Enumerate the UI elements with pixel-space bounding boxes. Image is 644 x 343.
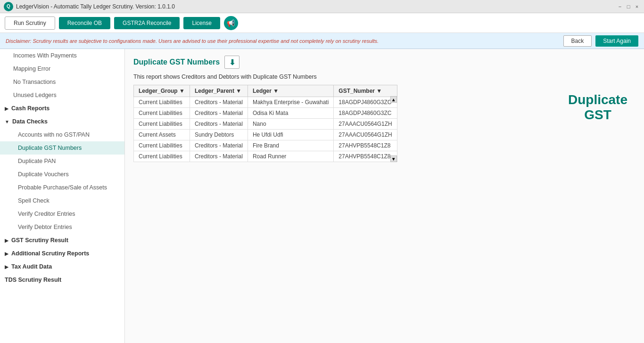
content-area: Duplicate GST Numbers ⬇ This report show… — [125, 49, 644, 343]
license-button[interactable]: License — [183, 17, 220, 29]
chevron-right-icon: ▶ — [5, 251, 8, 256]
table-cell: 18AGDPJ4860G3ZC — [334, 97, 397, 108]
col-ledger-parent[interactable]: Ledger_Parent ▼ — [190, 85, 248, 97]
sidebar-item-label: Spell Check — [18, 197, 50, 204]
sidebar-item-probable-purchase-sale[interactable]: Probable Purchase/Sale of Assets — [0, 181, 124, 194]
table-row: Current LiabilitiesCreditors - MaterialR… — [134, 151, 397, 162]
sidebar-item-duplicate-vouchers[interactable]: Duplicate Vouchers — [0, 168, 124, 181]
sidebar-item-label: Probable Purchase/Sale of Assets — [18, 184, 107, 191]
run-scrutiny-button[interactable]: Run Scrutiny — [5, 16, 55, 30]
content-left: This report shows Creditors and Debtors … — [133, 74, 532, 163]
sidebar-item-label: Verify Creditor Entries — [18, 211, 75, 217]
table-cell: He Ufdi Udfi — [248, 130, 333, 140]
sidebar-item-label: Duplicate PAN — [18, 158, 56, 164]
table-cell: Creditors - Material — [190, 97, 248, 108]
table-cell: Current Liabilities — [134, 119, 190, 130]
minimize-button[interactable]: − — [617, 3, 623, 10]
disclaimer-text: Disclaimer: Scrutiny results are subject… — [6, 38, 563, 44]
table-cell: Creditors - Material — [190, 151, 248, 162]
sidebar-item-additional-scrutiny[interactable]: ▶ Additional Scrutiny Reports — [0, 247, 124, 260]
col-ledger[interactable]: Ledger ▼ — [248, 85, 333, 97]
sidebar-item-mapping-error[interactable]: Mapping Error — [0, 62, 124, 75]
sidebar-item-verify-debtor-entries[interactable]: Verify Debtor Entries — [0, 220, 124, 234]
sidebar-item-label: Data Checks — [12, 118, 48, 125]
sidebar-item-label: Incomes With Payments — [13, 52, 77, 59]
sidebar: Incomes With Payments Mapping Error No T… — [0, 49, 125, 343]
toolbar: Run Scrutiny Reconcile OB GSTR2A Reconci… — [0, 13, 644, 33]
sidebar-item-tds-scrutiny[interactable]: TDS Scrutiny Result — [0, 273, 124, 286]
table-cell: 27AHVPB5548C1Z8 — [334, 151, 397, 162]
sort-icon: ▼ — [376, 88, 382, 94]
table-cell: Odisa Ki Mata — [248, 108, 333, 119]
table-cell: Creditors - Material — [190, 108, 248, 119]
scroll-up-arrow[interactable]: ▲ — [390, 96, 397, 103]
content-right: Duplicate GST — [541, 74, 636, 163]
maximize-button[interactable]: □ — [625, 3, 632, 10]
table-cell: Sundry Debtors — [190, 130, 248, 140]
reconcile-ob-button[interactable]: Reconcile OB — [59, 17, 110, 29]
sort-icon: ▼ — [179, 88, 185, 94]
table-cell: Creditors - Material — [190, 119, 248, 130]
speaker-button[interactable]: 📢 — [224, 16, 238, 30]
col-ledger-group[interactable]: Ledger_Group ▼ — [134, 85, 190, 97]
sidebar-item-label: Mapping Error — [13, 65, 50, 72]
sidebar-item-tax-audit[interactable]: ▶ Tax Audit Data — [0, 260, 124, 273]
main-layout: Incomes With Payments Mapping Error No T… — [0, 49, 644, 343]
sidebar-item-label: Tax Audit Data — [11, 263, 52, 270]
table-cell: Creditors - Material — [190, 140, 248, 151]
page-title: Duplicate GST Numbers — [133, 58, 220, 66]
col-gst-number[interactable]: GST_Number ▼ — [334, 85, 397, 97]
sidebar-item-label: Accounts with no GST/PAN — [18, 131, 90, 138]
table-cell: Fire Brand — [248, 140, 333, 151]
sidebar-item-verify-creditor-entries[interactable]: Verify Creditor Entries — [0, 207, 124, 220]
table-cell: Makhya Enterprise - Guwahati — [248, 97, 333, 108]
sidebar-item-label: Unused Ledgers — [13, 92, 57, 98]
gst-table: Ledger_Group ▼ Ledger_Parent ▼ Ledger ▼ … — [133, 85, 397, 162]
sidebar-item-label: Additional Scrutiny Reports — [11, 250, 89, 257]
table-scrollbar[interactable]: ▲ ▼ — [390, 96, 397, 162]
table-cell: 27AAACU0564G1ZH — [334, 119, 397, 130]
scroll-down-arrow[interactable]: ▼ — [390, 155, 397, 162]
watermark-title: Duplicate GST — [541, 92, 636, 122]
sidebar-item-gst-scrutiny[interactable]: ▶ GST Scrutiny Result — [0, 234, 124, 247]
content-row: This report shows Creditors and Debtors … — [133, 74, 636, 163]
sort-icon: ▼ — [273, 88, 279, 94]
table-row: Current AssetsSundry DebtorsHe Ufdi Udfi… — [134, 130, 397, 140]
sidebar-item-accounts-no-gst[interactable]: Accounts with no GST/PAN — [0, 128, 124, 141]
close-button[interactable]: × — [634, 3, 640, 10]
sidebar-item-spell-check[interactable]: Spell Check — [0, 194, 124, 207]
sidebar-item-label: TDS Scrutiny Result — [5, 277, 61, 283]
table-row: Current LiabilitiesCreditors - MaterialM… — [134, 97, 397, 108]
table-cell: Current Liabilities — [134, 97, 190, 108]
table-cell: Current Liabilities — [134, 140, 190, 151]
download-button[interactable]: ⬇ — [224, 56, 239, 69]
start-again-button[interactable]: Start Again — [595, 35, 638, 47]
app-logo: Q — [4, 2, 13, 11]
table-cell: 27AAACU0564G1ZH — [334, 130, 397, 140]
table-header-row: Ledger_Group ▼ Ledger_Parent ▼ Ledger ▼ … — [134, 85, 397, 97]
sidebar-item-unused-ledgers[interactable]: Unused Ledgers — [0, 89, 124, 102]
sidebar-item-incomes-with-payments[interactable]: Incomes With Payments — [0, 49, 124, 62]
gstr2a-button[interactable]: GSTR2A Reconcile — [114, 17, 180, 29]
table-cell: Road Runner — [248, 151, 333, 162]
table-cell: Current Liabilities — [134, 151, 190, 162]
table-row: Current LiabilitiesCreditors - MaterialN… — [134, 119, 397, 130]
sidebar-item-label: Verify Debtor Entries — [18, 224, 72, 230]
sidebar-item-data-checks[interactable]: ▼ Data Checks — [0, 115, 124, 128]
chevron-down-icon: ▼ — [5, 119, 9, 124]
download-icon: ⬇ — [229, 58, 235, 67]
sidebar-item-no-transactions[interactable]: No Transactions — [0, 75, 124, 89]
sidebar-item-duplicate-gst-numbers[interactable]: Duplicate GST Numbers — [0, 141, 124, 155]
disclaimer-bar: Disclaimer: Scrutiny results are subject… — [0, 33, 644, 49]
sidebar-item-cash-reports[interactable]: ▶ Cash Reports — [0, 102, 124, 115]
chevron-right-icon: ▶ — [5, 106, 8, 111]
sidebar-item-label: GST Scrutiny Result — [11, 237, 68, 244]
table-cell: Current Liabilities — [134, 108, 190, 119]
back-button[interactable]: Back — [563, 35, 592, 47]
sidebar-item-label: Duplicate GST Numbers — [18, 145, 82, 151]
sidebar-item-duplicate-pan[interactable]: Duplicate PAN — [0, 155, 124, 168]
table-cell: 18AGDPJ4860G3ZC — [334, 108, 397, 119]
speaker-icon: 📢 — [227, 19, 235, 27]
content-header: Duplicate GST Numbers ⬇ — [133, 56, 636, 69]
window-controls[interactable]: − □ × — [617, 3, 640, 10]
